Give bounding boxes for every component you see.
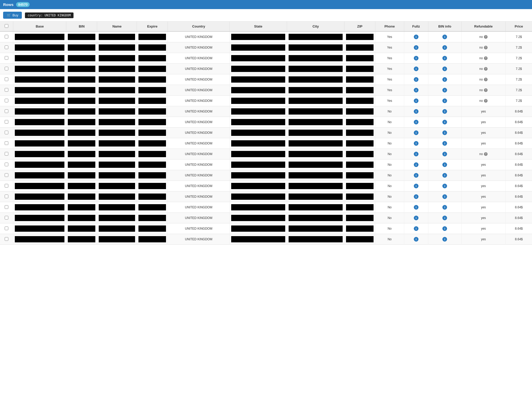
info-icon[interactable]: i (442, 130, 447, 135)
info-icon[interactable]: i (414, 120, 418, 124)
row-bin-info[interactable]: i (428, 170, 461, 181)
info-icon[interactable]: i (442, 141, 447, 146)
row-checkbox-cell[interactable] (0, 159, 13, 170)
row-fullz[interactable]: i (404, 64, 428, 74)
row-bin-info[interactable]: i (428, 96, 461, 106)
info-icon[interactable]: i (414, 162, 418, 167)
row-bin-info[interactable]: i (428, 74, 461, 85)
info-icon[interactable]: i (414, 56, 418, 61)
info-icon[interactable]: i (442, 152, 447, 156)
row-fullz[interactable]: i (404, 223, 428, 234)
info-icon[interactable]: i (442, 226, 447, 231)
row-checkbox[interactable] (5, 131, 8, 134)
row-checkbox[interactable] (5, 205, 8, 209)
row-checkbox-cell[interactable] (0, 128, 13, 138)
row-bin-info[interactable]: i (428, 181, 461, 191)
row-fullz[interactable]: i (404, 170, 428, 181)
row-fullz[interactable]: i (404, 85, 428, 96)
row-checkbox[interactable] (5, 227, 8, 230)
row-bin-info[interactable]: i (428, 64, 461, 74)
row-checkbox[interactable] (5, 67, 8, 70)
select-all-checkbox[interactable] (5, 24, 8, 28)
question-icon[interactable]: ? (484, 88, 488, 92)
question-icon[interactable]: ? (484, 152, 488, 156)
question-icon[interactable]: ? (484, 99, 488, 103)
info-icon[interactable]: i (414, 152, 418, 156)
row-checkbox-cell[interactable] (0, 64, 13, 74)
info-icon[interactable]: i (442, 109, 447, 114)
row-checkbox[interactable] (5, 120, 8, 124)
info-icon[interactable]: i (442, 173, 447, 178)
info-icon[interactable]: i (414, 216, 418, 220)
row-checkbox-cell[interactable] (0, 106, 13, 117)
row-bin-info[interactable]: i (428, 202, 461, 213)
row-checkbox-cell[interactable] (0, 42, 13, 53)
info-icon[interactable]: i (442, 162, 447, 167)
row-checkbox[interactable] (5, 184, 8, 188)
row-checkbox-cell[interactable] (0, 138, 13, 149)
row-checkbox[interactable] (5, 35, 8, 38)
row-fullz[interactable]: i (404, 159, 428, 170)
info-icon[interactable]: i (442, 184, 447, 188)
row-bin-info[interactable]: i (428, 223, 461, 234)
row-bin-info[interactable]: i (428, 42, 461, 53)
info-icon[interactable]: i (442, 216, 447, 220)
row-checkbox-cell[interactable] (0, 191, 13, 202)
info-icon[interactable]: i (442, 88, 447, 92)
info-icon[interactable]: i (442, 35, 447, 39)
row-checkbox[interactable] (5, 152, 8, 156)
row-fullz[interactable]: i (404, 117, 428, 128)
info-icon[interactable]: i (414, 77, 418, 82)
row-fullz[interactable]: i (404, 191, 428, 202)
info-icon[interactable]: i (414, 141, 418, 146)
info-icon[interactable]: i (442, 194, 447, 199)
row-checkbox-cell[interactable] (0, 213, 13, 223)
row-checkbox[interactable] (5, 141, 8, 145)
row-bin-info[interactable]: i (428, 117, 461, 128)
row-checkbox[interactable] (5, 56, 8, 60)
row-bin-info[interactable]: i (428, 149, 461, 159)
row-fullz[interactable]: i (404, 106, 428, 117)
row-bin-info[interactable]: i (428, 128, 461, 138)
row-checkbox-cell[interactable] (0, 117, 13, 128)
question-icon[interactable]: ? (484, 78, 488, 81)
row-checkbox-cell[interactable] (0, 74, 13, 85)
info-icon[interactable]: i (414, 109, 418, 114)
row-checkbox[interactable] (5, 163, 8, 166)
info-icon[interactable]: i (442, 45, 447, 50)
info-icon[interactable]: i (414, 88, 418, 92)
row-checkbox-cell[interactable] (0, 202, 13, 213)
row-fullz[interactable]: i (404, 234, 428, 245)
row-checkbox-cell[interactable] (0, 181, 13, 191)
row-bin-info[interactable]: i (428, 213, 461, 223)
info-icon[interactable]: i (442, 237, 447, 242)
row-bin-info[interactable]: i (428, 85, 461, 96)
info-icon[interactable]: i (414, 35, 418, 39)
row-bin-info[interactable]: i (428, 53, 461, 64)
row-checkbox-cell[interactable] (0, 149, 13, 159)
row-checkbox-cell[interactable] (0, 85, 13, 96)
info-icon[interactable]: i (414, 98, 418, 103)
row-fullz[interactable]: i (404, 53, 428, 64)
row-checkbox-cell[interactable] (0, 223, 13, 234)
row-fullz[interactable]: i (404, 138, 428, 149)
row-checkbox[interactable] (5, 173, 8, 177)
question-icon[interactable]: ? (484, 46, 488, 49)
row-fullz[interactable]: i (404, 213, 428, 223)
info-icon[interactable]: i (414, 184, 418, 188)
info-icon[interactable]: i (414, 45, 418, 50)
row-bin-info[interactable]: i (428, 191, 461, 202)
question-icon[interactable]: ? (484, 35, 488, 39)
info-icon[interactable]: i (414, 237, 418, 242)
buy-button[interactable]: 🛒 Buy (3, 12, 22, 19)
row-fullz[interactable]: i (404, 42, 428, 53)
info-icon[interactable]: i (442, 120, 447, 124)
question-icon[interactable]: ? (484, 67, 488, 71)
row-fullz[interactable]: i (404, 96, 428, 106)
info-icon[interactable]: i (414, 194, 418, 199)
row-bin-info[interactable]: i (428, 31, 461, 42)
row-fullz[interactable]: i (404, 181, 428, 191)
row-bin-info[interactable]: i (428, 159, 461, 170)
row-checkbox[interactable] (5, 45, 8, 49)
row-fullz[interactable]: i (404, 31, 428, 42)
